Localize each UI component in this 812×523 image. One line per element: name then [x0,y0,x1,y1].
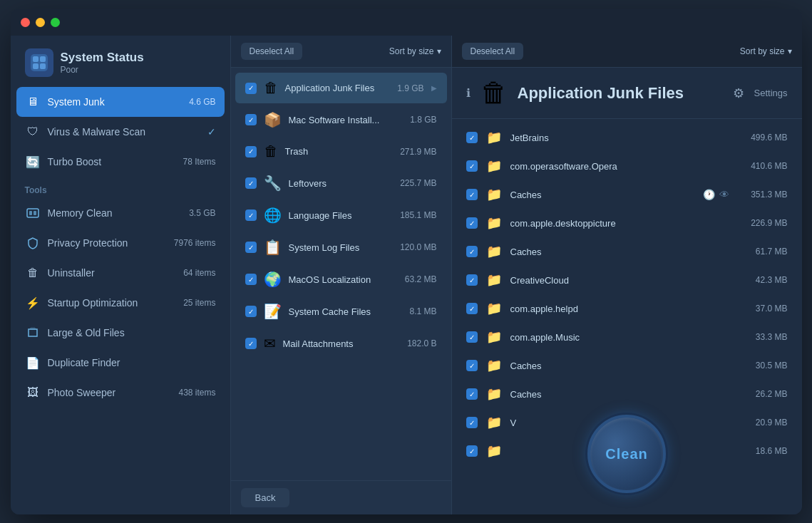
close-button[interactable] [21,18,30,27]
sidebar-item-large-old-files[interactable]: Large & Old Files [11,318,230,348]
item-name: CreativeCloud [510,275,729,286]
right-sort-dropdown[interactable]: Sort by size ▾ [740,46,792,56]
sidebar-item-system-junk[interactable]: 🖥 System Junk 4.6 GB [16,87,225,117]
item-size: 226.9 MB [738,218,788,228]
clean-button[interactable]: Clean [587,415,666,493]
right-list-item-helpd[interactable]: ✓ 📁 com.apple.helpd 37.0 MB [452,294,802,323]
checkbox-trash[interactable]: ✓ [245,146,257,157]
checkbox-creativecloud[interactable]: ✓ [466,274,478,286]
sort-dropdown[interactable]: Sort by size ▾ [389,46,441,56]
list-item-app-junk[interactable]: ✓ 🗑 Application Junk Files 1.9 GB ▶ [235,73,447,103]
item-size: 1.9 GB [397,83,423,93]
right-list-item-opera[interactable]: ✓ 📁 com.operasoftware.Opera 410.6 MB [452,152,802,180]
virus-scan-icon: 🛡 [25,124,41,140]
right-list-item-caches1[interactable]: ✓ 📁 Caches 🕐 👁 351.3 MB [452,180,802,209]
checkbox-mac-software[interactable]: ✓ [245,114,257,125]
right-list-item-jetbrains[interactable]: ✓ 📁 JetBrains 499.6 MB [452,123,802,152]
checkbox-music[interactable]: ✓ [466,331,478,343]
sidebar-item-memory-clean[interactable]: Memory Clean 3.5 GB [11,198,230,228]
checkbox-desktoppicture[interactable]: ✓ [466,217,478,229]
item-name: com.apple.Music [510,332,729,343]
eye-icon[interactable]: 👁 [719,189,729,200]
sidebar-item-photo-sweeper[interactable]: 🖼 Photo Sweeper 438 items [11,378,230,408]
checkbox-app-junk[interactable]: ✓ [245,83,257,94]
mail-attachments-icon: ✉ [264,335,276,352]
item-name: JetBrains [510,133,729,143]
leftovers-icon: 🔧 [264,175,282,192]
item-size: 33.3 MB [738,332,788,342]
folder-icon: 📁 [486,358,502,373]
right-panel-header: ℹ 🗑 Application Junk Files ⚙ Settings [452,68,802,119]
list-item-leftovers[interactable]: ✓ 🔧 Leftovers 225.7 MB [235,167,447,199]
middle-panel-list: ✓ 🗑 Application Junk Files 1.9 GB ▶ ✓ 📦 … [231,68,451,480]
turbo-boost-icon: 🔄 [25,154,41,170]
back-button[interactable]: Back [241,488,290,507]
folder-icon: 📁 [486,386,502,402]
maximize-button[interactable] [51,18,60,27]
sidebar-item-uninstaller[interactable]: 🗑 Uninstaller 64 items [11,258,230,288]
right-list-item-caches4[interactable]: ✓ 📁 Caches 26.2 MB [452,380,802,408]
item-size: 185.1 MB [400,210,436,220]
list-item-trash[interactable]: ✓ 🗑 Trash 271.9 MB [235,136,447,167]
checkbox-item12[interactable]: ✓ [466,445,478,457]
checkbox-mail-attachments[interactable]: ✓ [245,338,257,349]
right-panel-wrapper: ✓ 📁 JetBrains 499.6 MB ✓ 📁 com.operasoft… [452,119,802,514]
right-list-item-caches3[interactable]: ✓ 📁 Caches 30.5 MB [452,351,802,380]
right-list-item-creativecloud[interactable]: ✓ 📁 CreativeCloud 42.3 MB [452,266,802,294]
list-item-mac-software[interactable]: ✓ 📦 Mac Software Install... 1.8 GB [235,104,447,135]
checkbox-caches3[interactable]: ✓ [466,360,478,371]
item-size: 271.9 MB [400,147,436,157]
item-size: 30.5 MB [738,361,788,371]
item-name: Caches [510,247,729,257]
checkbox-macos-localization[interactable]: ✓ [245,274,257,285]
macos-localization-icon: 🌍 [264,271,282,288]
arrow-icon: ▶ [431,84,437,92]
sidebar-item-privacy-protection[interactable]: Privacy Protection 7976 items [11,228,230,258]
checkbox-caches2[interactable]: ✓ [466,246,478,257]
checkbox-jetbrains[interactable]: ✓ [466,132,478,143]
settings-label[interactable]: Settings [754,88,788,98]
folder-icon: 📁 [486,329,502,345]
gear-icon[interactable]: ⚙ [733,86,744,101]
list-item-system-cache[interactable]: ✓ 📝 System Cache Files 8.1 MB [235,296,447,327]
sidebar-item-virus-malware[interactable]: 🛡 Virus & Malware Scan ✓ [11,117,230,147]
sidebar-item-turbo-boost[interactable]: 🔄 Turbo Boost 78 Items [11,147,230,177]
deselect-all-button[interactable]: Deselect All [241,43,303,60]
clean-button-overlay: Clean [587,415,666,493]
right-list-item-caches2[interactable]: ✓ 📁 Caches 61.7 MB [452,237,802,266]
sidebar-item-startup-optimization[interactable]: ⚡ Startup Optimization 25 items [11,288,230,318]
info-icon[interactable]: ℹ [466,86,471,100]
list-item-system-log[interactable]: ✓ 📋 System Log Files 120.0 MB [235,232,447,263]
minimize-button[interactable] [36,18,45,27]
right-deselect-all-button[interactable]: Deselect All [462,43,524,60]
checkbox-item11[interactable]: ✓ [466,417,478,428]
right-list-item-desktoppicture[interactable]: ✓ 📁 com.apple.desktoppicture 226.9 MB [452,209,802,237]
privacy-protection-icon [25,235,41,251]
checkbox-leftovers[interactable]: ✓ [245,177,257,189]
middle-panel-footer: Back [231,480,451,514]
item-size: 499.6 MB [738,133,788,143]
item-name: MacOS Localization [289,274,398,285]
list-item-language-files[interactable]: ✓ 🌐 Language Files 185.1 MB [235,200,447,231]
checkbox-caches1[interactable]: ✓ [466,189,478,200]
app-logo [25,48,53,77]
sidebar-item-duplicate-finder[interactable]: 📄 Duplicate Finder [11,348,230,378]
item-size: 225.7 MB [400,178,436,188]
checkbox-opera[interactable]: ✓ [466,160,478,172]
list-item-macos-localization[interactable]: ✓ 🌍 MacOS Localization 63.2 MB [235,264,447,295]
checkbox-system-cache[interactable]: ✓ [245,306,257,317]
large-old-files-icon [25,325,41,341]
checkbox-helpd[interactable]: ✓ [466,303,478,314]
item-size: 37.0 MB [738,304,788,314]
item-size: 18.6 MB [738,446,788,456]
mac-software-icon: 📦 [264,111,282,128]
checkbox-system-log[interactable]: ✓ [245,242,257,253]
checkbox-caches4[interactable]: ✓ [466,388,478,400]
list-item-mail-attachments[interactable]: ✓ ✉ Mail Attachments 182.0 B [235,328,447,359]
checkbox-language-files[interactable]: ✓ [245,209,257,221]
right-list-item-music[interactable]: ✓ 📁 com.apple.Music 33.3 MB [452,323,802,351]
item-name: Caches [510,190,694,200]
clock-icon[interactable]: 🕐 [703,189,715,200]
svg-rect-3 [33,63,38,69]
app-title: System Status [61,51,144,65]
